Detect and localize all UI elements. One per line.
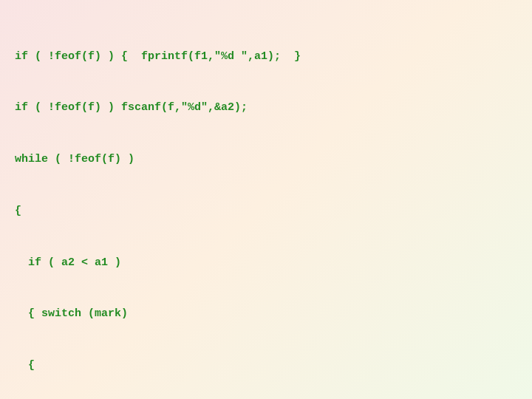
code-display: if ( !feof(f) ) { fprintf(f1,"%d ",a1); … (0, 0, 532, 399)
code-line-4: { (15, 202, 517, 219)
code-line-3: while ( !feof(f) ) (15, 151, 517, 168)
code-line-6: { switch (mark) (15, 305, 517, 322)
code-line-2: if ( !feof(f) ) fscanf(f,"%d",&a2); (15, 99, 517, 116)
code-line-1: if ( !feof(f) ) { fprintf(f1,"%d ",a1); … (15, 48, 517, 65)
code-line-7: { (15, 357, 517, 374)
code-line-5: if ( a2 < a1 ) (15, 254, 517, 271)
